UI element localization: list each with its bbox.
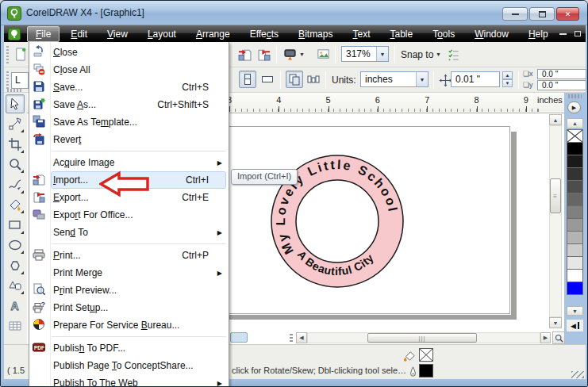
scrollbar-splitter[interactable]	[290, 334, 293, 342]
vertical-scrollbar[interactable]: ▲ ≡ ▼	[549, 114, 562, 328]
paper-size-combo-fragment[interactable]: L	[11, 72, 29, 89]
crop-tool[interactable]	[6, 135, 25, 154]
nudge-spinner[interactable]: ▲ ▼	[502, 71, 513, 87]
shape-tool[interactable]	[6, 114, 25, 133]
doc-minimize-icon[interactable]	[559, 33, 567, 35]
smart-fill-tool[interactable]	[6, 195, 25, 214]
menubar-item-window[interactable]: Window	[466, 26, 517, 42]
scroll-left-icon[interactable]: ◀	[296, 332, 307, 343]
snap-to-button[interactable]: Snap to	[401, 49, 433, 60]
spin-down-icon[interactable]: ▼	[502, 79, 513, 87]
snap-to-dropdown-icon[interactable]: ▼	[436, 52, 441, 57]
text-tool[interactable]: A	[6, 297, 25, 316]
menubar-item-file[interactable]: File	[27, 26, 60, 42]
palette-grip[interactable]	[568, 94, 582, 98]
menu-item-print[interactable]: Print...Ctrl+P	[29, 247, 229, 264]
menubar-item-effects[interactable]: Effects	[241, 26, 287, 42]
doc-restore-icon[interactable]	[575, 31, 581, 36]
menu-item-close-all[interactable]: Close All	[29, 61, 229, 79]
palette-scroll-down-icon[interactable]: ▼	[567, 306, 583, 316]
zoom-tool[interactable]	[6, 155, 25, 174]
menu-item-export-for-office[interactable]: Export For Office...	[29, 206, 229, 224]
palette-expand-button[interactable]: ◀	[567, 320, 583, 331]
application-launcher-icon[interactable]	[282, 46, 298, 62]
palette-swatch-1a1a1a[interactable]	[567, 155, 583, 168]
menubar-item-tools[interactable]: Tools	[424, 26, 463, 42]
export-toolbar-icon[interactable]	[256, 46, 271, 62]
table-tool[interactable]	[6, 316, 25, 335]
menubar-item-bitmaps[interactable]: Bitmaps	[290, 26, 341, 42]
menubar-item-view[interactable]: View	[98, 26, 136, 42]
toolbar-grip[interactable]	[6, 46, 9, 63]
menu-item-send-to[interactable]: Send To▶	[29, 224, 229, 241]
duplicate-y-field[interactable]: 0.0 "	[537, 80, 586, 90]
resize-grip[interactable]	[571, 371, 584, 378]
menu-item-revert[interactable]: Revert	[29, 131, 229, 148]
fill-color-indicator[interactable]	[419, 348, 433, 362]
page-tab-fragment[interactable]	[230, 332, 248, 343]
freehand-tool[interactable]	[6, 175, 25, 194]
hscroll-thumb[interactable]: |||	[367, 333, 477, 343]
scroll-up-icon[interactable]: ▲	[549, 114, 562, 125]
ellipse-tool[interactable]	[6, 236, 25, 255]
outline-color-indicator[interactable]	[419, 364, 433, 377]
toolbox-grip[interactable]	[7, 89, 21, 92]
zoom-dropdown-icon[interactable]: ▼	[376, 47, 388, 61]
menubar-item-layout[interactable]: Layout	[139, 26, 185, 42]
palette-swatch-0000ff[interactable]	[567, 282, 583, 295]
units-combo[interactable]: inches ▼	[360, 71, 429, 87]
new-document-icon[interactable]	[12, 46, 28, 62]
menu-item-publish-to-pdf[interactable]: PDFPublish To PDF...	[29, 339, 229, 357]
menu-item-prepare-for-service-bureau[interactable]: Prepare For Service Bureau...	[29, 316, 229, 334]
palette-swatch-e6e6e6[interactable]	[567, 256, 583, 270]
palette-swatch-000000[interactable]	[567, 142, 583, 155]
menu-item-close[interactable]: Close	[29, 44, 229, 61]
portrait-button[interactable]	[239, 71, 256, 88]
menu-item-save-as[interactable]: Save As...Ctrl+Shift+S	[29, 96, 229, 113]
scroll-down-icon[interactable]: ▼	[549, 317, 562, 328]
rectangle-tool[interactable]	[6, 216, 25, 235]
all-pages-button[interactable]	[286, 71, 303, 88]
palette-swatch-999999[interactable]	[567, 218, 583, 232]
close-button[interactable]: ✕	[556, 7, 579, 21]
scroll-right-icon[interactable]: ▶	[540, 332, 551, 343]
palette-swatch-ffffff[interactable]	[567, 269, 583, 282]
menu-item-publish-to-the-web[interactable]: Publish To The Web▶	[29, 374, 229, 387]
palette-swatch-none[interactable]	[567, 129, 583, 143]
units-dropdown-icon[interactable]: ▼	[416, 72, 428, 86]
import-toolbar-icon[interactable]	[236, 46, 252, 62]
palette-swatch-808080[interactable]	[567, 205, 583, 219]
menu-item-print-preview[interactable]: Print Preview...	[29, 282, 229, 299]
vscroll-track[interactable]	[549, 125, 562, 317]
menu-item-acquire-image[interactable]: Acquire Image▶	[29, 154, 229, 171]
pick-tool[interactable]	[6, 94, 25, 113]
menubar-item-arrange[interactable]: Arrange	[187, 26, 239, 42]
property-bar-grip[interactable]	[6, 71, 9, 89]
menubar-item-edit[interactable]: Edit	[62, 26, 96, 42]
menubar-item-help[interactable]: Help	[520, 26, 557, 42]
menu-item-save[interactable]: Save...Ctrl+S	[29, 79, 229, 96]
palette-swatch-333333[interactable]	[567, 167, 583, 181]
menubar-item-table[interactable]: Table	[381, 26, 421, 42]
options-icon[interactable]	[445, 46, 461, 62]
palette-swatch-cccccc[interactable]	[567, 243, 583, 257]
menu-item-print-merge[interactable]: Print Merge▶	[29, 264, 229, 282]
horizontal-scrollbar[interactable]: ◀ ||| ▶	[229, 331, 566, 344]
vscroll-thumb[interactable]: ≡	[550, 178, 561, 213]
menu-item-print-setup[interactable]: ?Print Setup...	[29, 299, 229, 316]
zoom-magnifier-icon[interactable]	[552, 331, 565, 344]
palette-flyout-button[interactable]: ▶	[567, 102, 581, 113]
duplicate-x-field[interactable]: 0.0 "	[537, 69, 586, 79]
spin-up-icon[interactable]: ▲	[502, 71, 513, 79]
nudge-offset-field[interactable]: 0.01 "	[451, 71, 500, 87]
palette-swatch-4d4d4d[interactable]	[567, 180, 583, 194]
zoom-level-combo[interactable]: 317% ▼	[341, 46, 389, 62]
basic-shapes-tool[interactable]	[6, 276, 25, 295]
palette-swatch-666666[interactable]	[567, 193, 583, 206]
welcome-screen-icon[interactable]	[315, 46, 331, 62]
title-bar[interactable]: CorelDRAW X4 - [Graphic1] ✕	[1, 1, 588, 25]
landscape-button[interactable]	[259, 71, 276, 88]
menu-item-publish-page-to-conceptshare[interactable]: Publish Page To ConceptShare...	[29, 357, 229, 374]
maximize-button[interactable]	[529, 7, 555, 21]
menu-item-save-as-template[interactable]: Save As Template...	[29, 113, 229, 131]
